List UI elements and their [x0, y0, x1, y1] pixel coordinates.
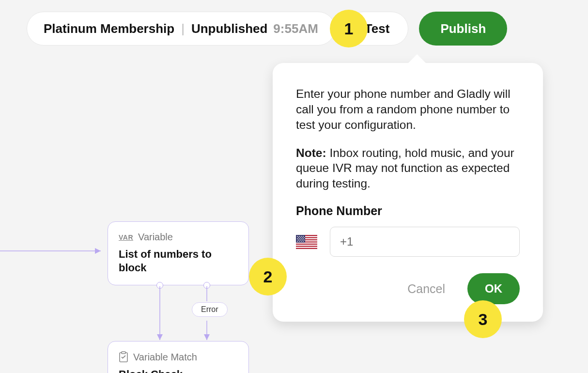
- svg-point-30: [300, 239, 301, 240]
- svg-point-27: [301, 238, 302, 239]
- svg-marker-6: [204, 334, 210, 340]
- svg-point-21: [298, 237, 299, 238]
- annotation-1: 1: [330, 10, 368, 47]
- phone-number-input[interactable]: [330, 227, 520, 257]
- annotation-3: 3: [464, 300, 502, 338]
- svg-marker-3: [157, 334, 163, 340]
- svg-point-20: [303, 236, 304, 237]
- svg-rect-13: [296, 242, 317, 243]
- svg-point-19: [301, 236, 302, 237]
- phone-row: [296, 227, 520, 257]
- note-prefix: Note:: [296, 146, 326, 159]
- svg-point-23: [302, 237, 303, 238]
- svg-point-35: [301, 241, 302, 242]
- svg-point-29: [298, 239, 299, 240]
- svg-point-17: [297, 236, 298, 237]
- svg-point-31: [302, 239, 303, 240]
- ok-button[interactable]: OK: [467, 273, 520, 304]
- svg-rect-15: [296, 247, 317, 248]
- annotation-2: 2: [249, 258, 287, 295]
- popover-intro: Enter your phone number and Gladly will …: [296, 86, 520, 133]
- svg-point-28: [303, 238, 304, 239]
- us-flag-icon[interactable]: [296, 235, 317, 249]
- svg-point-24: [304, 237, 305, 238]
- svg-point-25: [297, 238, 298, 239]
- svg-point-36: [303, 241, 304, 242]
- cancel-button[interactable]: Cancel: [404, 281, 448, 296]
- svg-rect-14: [296, 245, 317, 246]
- popover-actions: Cancel OK: [296, 273, 520, 304]
- popover-note: Note: Inbox routing, hold music, and you…: [296, 145, 520, 192]
- svg-point-26: [299, 238, 300, 239]
- note-body: Inbox routing, hold music, and your queu…: [296, 146, 514, 190]
- svg-point-22: [300, 237, 301, 238]
- phone-number-label: Phone Number: [296, 204, 520, 218]
- svg-marker-1: [95, 248, 101, 254]
- svg-point-34: [299, 241, 300, 242]
- svg-point-32: [304, 239, 305, 240]
- test-popover: Enter your phone number and Gladly will …: [273, 63, 543, 322]
- svg-point-33: [297, 241, 298, 242]
- svg-point-18: [299, 236, 300, 237]
